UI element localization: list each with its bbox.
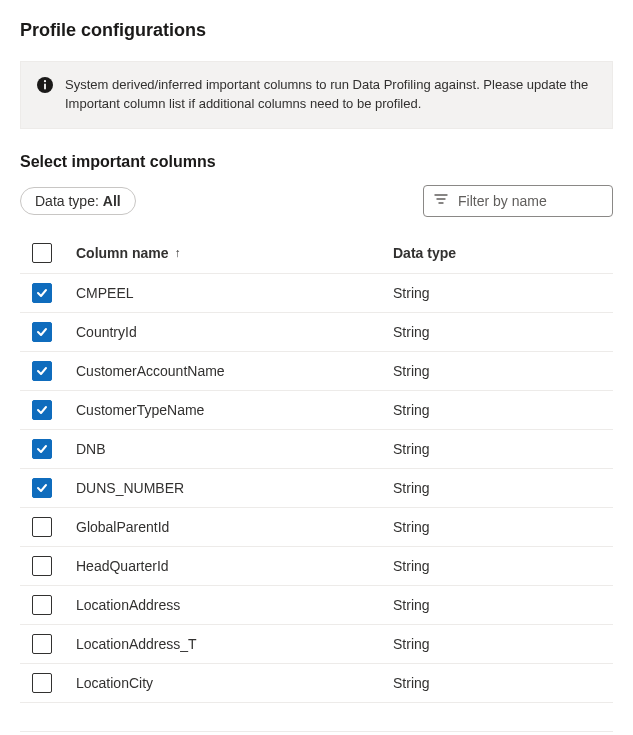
column-name-cell: LocationAddress_T (76, 636, 197, 652)
table-row: CMPEELString (20, 274, 613, 313)
table-row: GlobalParentIdString (20, 508, 613, 547)
data-type-cell: String (393, 324, 430, 340)
row-checkbox[interactable] (32, 439, 52, 459)
section-title: Select important columns (20, 153, 613, 171)
svg-rect-1 (44, 84, 46, 90)
table-row: DNBString (20, 430, 613, 469)
data-type-cell: String (393, 675, 430, 691)
table-row: CustomerAccountNameString (20, 352, 613, 391)
data-type-filter-pill[interactable]: Data type: All (20, 187, 136, 215)
row-checkbox[interactable] (32, 283, 52, 303)
data-type-cell: String (393, 519, 430, 535)
column-name-cell: GlobalParentId (76, 519, 169, 535)
table-row: DUNS_NUMBERString (20, 469, 613, 508)
info-icon (37, 77, 53, 93)
info-message: System derived/inferred important column… (65, 76, 596, 114)
select-all-checkbox[interactable] (32, 243, 52, 263)
filter-icon (434, 192, 448, 209)
columns-table: Column name ↑ Data type CMPEELStringCoun… (20, 235, 613, 703)
column-name-cell: DNB (76, 441, 106, 457)
table-header: Column name ↑ Data type (20, 235, 613, 274)
data-type-cell: String (393, 480, 430, 496)
filter-row: Data type: All (20, 185, 613, 217)
data-type-cell: String (393, 402, 430, 418)
table-row: HeadQuarterIdString (20, 547, 613, 586)
filter-by-name-input[interactable] (456, 192, 602, 210)
table-row: LocationAddress_TString (20, 625, 613, 664)
data-type-filter-label: Data type: (35, 193, 99, 209)
data-type-cell: String (393, 285, 430, 301)
row-checkbox[interactable] (32, 595, 52, 615)
sort-ascending-icon: ↑ (175, 246, 181, 260)
column-name-cell: HeadQuarterId (76, 558, 169, 574)
column-name-cell: LocationCity (76, 675, 153, 691)
header-column-name[interactable]: Column name ↑ (76, 245, 393, 261)
row-checkbox[interactable] (32, 634, 52, 654)
row-checkbox[interactable] (32, 478, 52, 498)
dialog-footer: Run profile Cancel (20, 731, 613, 735)
table-row: LocationAddressString (20, 586, 613, 625)
data-type-filter-value: All (103, 193, 121, 209)
column-name-cell: CMPEEL (76, 285, 134, 301)
table-row: LocationCityString (20, 664, 613, 703)
data-type-cell: String (393, 441, 430, 457)
row-checkbox[interactable] (32, 517, 52, 537)
column-name-cell: LocationAddress (76, 597, 180, 613)
header-data-type[interactable]: Data type (393, 245, 613, 261)
row-checkbox[interactable] (32, 400, 52, 420)
data-type-cell: String (393, 558, 430, 574)
row-checkbox[interactable] (32, 322, 52, 342)
info-banner: System derived/inferred important column… (20, 61, 613, 129)
column-name-cell: CountryId (76, 324, 137, 340)
data-type-cell: String (393, 597, 430, 613)
table-row: CountryIdString (20, 313, 613, 352)
data-type-cell: String (393, 636, 430, 652)
row-checkbox[interactable] (32, 556, 52, 576)
filter-by-name-wrap[interactable] (423, 185, 613, 217)
page-title: Profile configurations (20, 20, 613, 41)
header-data-type-label: Data type (393, 245, 456, 261)
table-row: CustomerTypeNameString (20, 391, 613, 430)
header-column-name-label: Column name (76, 245, 169, 261)
column-name-cell: DUNS_NUMBER (76, 480, 184, 496)
svg-point-2 (44, 80, 46, 82)
column-name-cell: CustomerTypeName (76, 402, 204, 418)
row-checkbox[interactable] (32, 361, 52, 381)
data-type-cell: String (393, 363, 430, 379)
column-name-cell: CustomerAccountName (76, 363, 225, 379)
row-checkbox[interactable] (32, 673, 52, 693)
